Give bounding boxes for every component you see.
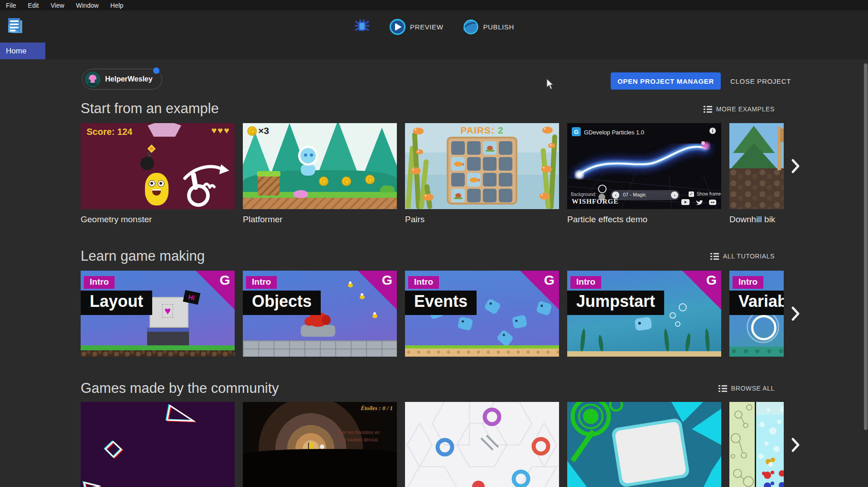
preset-selector[interactable]: ‹ 07 - Magic › <box>611 190 680 200</box>
tutorials-next-button[interactable] <box>788 305 803 323</box>
menu-help[interactable]: Help <box>111 2 124 9</box>
notification-dot[interactable] <box>153 67 159 74</box>
tab-home[interactable]: Home <box>0 43 45 59</box>
discord-icon <box>709 199 717 205</box>
tutorial-card-layout[interactable]: G ♥ Hi Intro Layout <box>81 271 235 357</box>
example-card-particles[interactable]: G GDevelop Particles 1.0 i Background: ‹… <box>567 123 721 209</box>
coin <box>319 177 328 186</box>
teal-rings-scene <box>567 402 721 487</box>
seaweed <box>663 329 670 353</box>
fish-sprite <box>536 301 553 316</box>
username: HelperWesley <box>105 75 153 83</box>
coin <box>342 177 351 186</box>
grass <box>81 345 235 350</box>
next-preset-icon[interactable]: › <box>671 191 678 199</box>
debug-icon[interactable] <box>354 18 370 36</box>
coin <box>365 175 375 184</box>
tutorial-card-jumpstart[interactable]: G Intro Jumpstart <box>567 271 721 357</box>
community-card-teal-rings[interactable] <box>567 402 721 487</box>
all-tutorials-button[interactable]: ALL TUTORIALS <box>708 252 777 260</box>
card-title: Platformer <box>243 215 283 224</box>
tutorial-word: Events <box>405 291 477 315</box>
heart-sprite: ♥ <box>162 304 173 318</box>
menu-window[interactable]: Window <box>76 2 99 9</box>
stars-counter: Étoiles : 0 / 1 <box>361 405 393 412</box>
grass <box>405 345 559 349</box>
preset-value: 07 - Magic <box>623 192 646 197</box>
toolbar-center: PREVIEW PUBLISH <box>0 14 868 39</box>
more-examples-button[interactable]: MORE EXAMPLES <box>701 105 777 113</box>
user-chip[interactable]: HelperWesley <box>82 69 162 90</box>
social-icons <box>681 199 717 205</box>
fish-card <box>470 177 478 182</box>
community-card-neon-shapes[interactable] <box>81 402 235 487</box>
score-text: Score: 124 <box>87 127 132 137</box>
example-card-downhill[interactable] <box>729 123 784 209</box>
tutorial-card-objects[interactable]: G Intro Objects <box>243 271 397 357</box>
section-title-tutorials: Learn game making <box>81 248 205 264</box>
dirt <box>81 350 235 357</box>
fish-sprite <box>634 317 652 331</box>
card-title: Downhill bik <box>729 215 775 224</box>
platform-block <box>258 174 280 196</box>
floor <box>729 347 784 357</box>
seaweed <box>598 335 604 353</box>
fish <box>416 149 423 154</box>
card-title: Particle effects demo <box>567 215 647 224</box>
tutorial-word: Layout <box>81 291 152 315</box>
mouse-cursor <box>546 78 555 92</box>
slime <box>294 190 308 198</box>
intro-chip: Intro <box>408 276 439 289</box>
preview-button[interactable]: PREVIEW <box>389 19 443 35</box>
fish <box>410 167 421 174</box>
example-card-pairs[interactable]: PAIRS: 2 <box>405 123 559 209</box>
card-cell <box>451 141 465 155</box>
card-cell-open <box>483 141 497 155</box>
example-card-platformer[interactable]: ×3 <box>243 123 397 209</box>
gdevelop-logo-icon: G <box>572 127 581 136</box>
intro-chip: Intro <box>246 276 277 289</box>
tab-home-label: Home <box>6 47 26 56</box>
publish-label: PUBLISH <box>483 23 514 31</box>
community-row: Étoiles : 0 / 1 Tuer les monstres en leu… <box>81 402 784 487</box>
gdevelop-logo: G <box>706 272 717 288</box>
fish <box>542 127 553 134</box>
community-card-molecules[interactable] <box>729 402 784 487</box>
show-frame-label: Show frame <box>697 191 721 196</box>
pentagon-shape <box>148 123 181 137</box>
monster-eye <box>158 180 164 187</box>
show-frame-checkbox[interactable]: ✓ <box>689 191 694 197</box>
examples-next-button[interactable] <box>788 157 803 175</box>
card-cell-open <box>451 189 465 202</box>
menu-file[interactable]: File <box>6 2 16 9</box>
browse-all-button[interactable]: BROWSE ALL <box>716 384 777 392</box>
publish-button[interactable]: PUBLISH <box>463 19 514 35</box>
pairs-board <box>447 137 517 205</box>
coin-icon <box>247 126 257 136</box>
card-cell-open <box>451 157 465 171</box>
menu-view[interactable]: View <box>51 2 64 9</box>
background-label: Background: <box>571 192 596 197</box>
community-card-hexagons[interactable] <box>405 402 559 487</box>
community-card-night[interactable]: Étoiles : 0 / 1 Tuer les monstres en leu… <box>243 402 397 487</box>
pairs-label: PAIRS: <box>460 125 495 135</box>
open-project-manager-button[interactable]: OPEN PROJECT MANAGER <box>611 72 721 90</box>
fish <box>548 143 555 148</box>
tutorial-card-variables[interactable]: G +1 Intro Variab <box>729 271 784 357</box>
menu-edit[interactable]: Edit <box>28 2 39 9</box>
community-next-button[interactable] <box>788 436 803 454</box>
card-title: Geometry monster <box>81 215 152 224</box>
list-icon <box>719 385 727 392</box>
tutorial-card-events[interactable]: G Intro Events <box>405 271 559 357</box>
bubble <box>670 312 676 319</box>
info-icon[interactable]: i <box>709 128 716 134</box>
example-card-geometry-monster[interactable]: Score: 124 ♥♥♥ <box>81 123 235 209</box>
menu-bar: File Edit View Window Help <box>0 0 868 10</box>
scrollbar-thumb[interactable] <box>864 63 868 430</box>
browse-all-label: BROWSE ALL <box>731 385 775 392</box>
background-swatch-ring[interactable] <box>598 185 607 193</box>
bee <box>348 283 353 287</box>
close-project-button[interactable]: CLOSE PROJECT <box>726 72 796 90</box>
molecules-scene <box>729 402 784 487</box>
tutorials-row: G ♥ Hi Intro Layout G Intro Objects <box>81 271 784 357</box>
